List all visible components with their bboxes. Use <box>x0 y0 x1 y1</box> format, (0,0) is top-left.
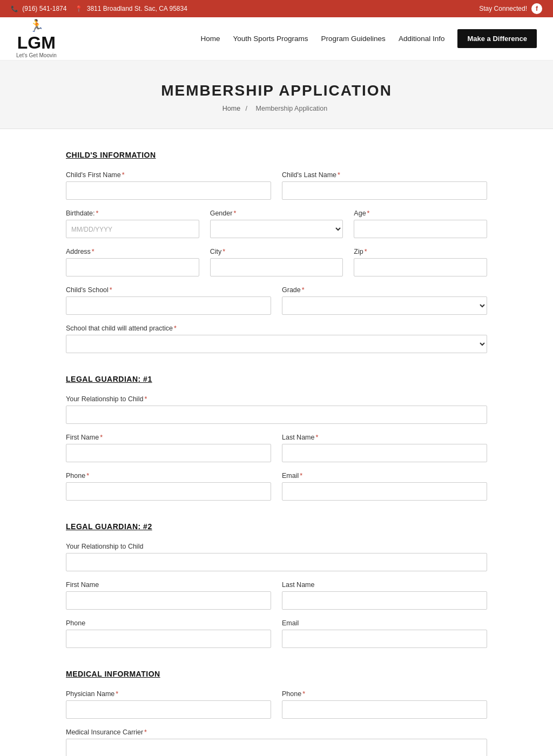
logo-text: LGM <box>17 34 56 51</box>
insurance-row: Medical Insurance Carrier* <box>66 728 487 756</box>
g1-phone-group: Phone* <box>66 472 271 501</box>
logo-sub: Let's Get Moovin <box>16 52 57 58</box>
nav-additional-info[interactable]: Additional Info <box>399 35 445 43</box>
g2-last-name-input[interactable] <box>282 591 487 610</box>
gender-select[interactable]: Male Female <box>210 220 343 238</box>
page-header: MEMBERSHIP APPLICATION Home / Membership… <box>0 60 553 129</box>
g1-last-name-input[interactable] <box>282 444 487 462</box>
child-last-name-label: Child's Last Name* <box>282 171 487 179</box>
school-grade-row: Child's School* Grade* 1st2nd3rd 4th5th6… <box>66 286 487 315</box>
g2-relationship-row: Your Relationship to Child <box>66 543 487 571</box>
insurance-label: Medical Insurance Carrier* <box>66 728 487 736</box>
facebook-icon[interactable]: f <box>531 3 542 14</box>
make-difference-button[interactable]: Make a Difference <box>457 29 537 48</box>
g2-last-name-label: Last Name <box>282 581 487 589</box>
g2-last-name-group: Last Name <box>282 581 487 610</box>
zip-group: Zip* <box>354 248 487 276</box>
guardian2-title: LEGAL GUARDIAN: #2 <box>66 522 487 531</box>
physician-phone-input[interactable] <box>282 700 487 719</box>
g1-first-name-input[interactable] <box>66 444 271 462</box>
nav-youth-sports[interactable]: Youth Sports Programs <box>233 35 308 43</box>
g1-relationship-row: Your Relationship to Child* <box>66 395 487 424</box>
g1-phone-label: Phone* <box>66 472 271 480</box>
child-info-title: CHILD'S INFORMATION <box>66 151 487 159</box>
top-bar: (916) 541-1874 3811 Broadland St. Sac, C… <box>0 0 553 17</box>
school-input[interactable] <box>66 296 271 315</box>
age-input[interactable] <box>354 220 487 238</box>
birthdate-group: Birthdate:* <box>66 210 199 238</box>
city-input[interactable] <box>210 258 343 276</box>
address-input[interactable] <box>66 258 199 276</box>
top-bar-left: (916) 541-1874 3811 Broadland St. Sac, C… <box>11 5 187 12</box>
breadcrumb-current: Membership Application <box>256 105 328 112</box>
gender-group: Gender* Male Female <box>210 210 343 238</box>
g2-first-name-label: First Name <box>66 581 271 589</box>
practice-school-row: School that child will attend practice* <box>66 325 487 353</box>
g1-last-name-group: Last Name* <box>282 434 487 462</box>
medical-section: MEDICAL INFORMATION Physician Name* Phon… <box>66 670 487 756</box>
birthdate-label: Birthdate:* <box>66 210 199 217</box>
physician-name-label: Physician Name* <box>66 690 271 698</box>
insurance-input[interactable] <box>66 739 487 756</box>
nav-home[interactable]: Home <box>200 35 220 43</box>
breadcrumb-separator: / <box>246 105 247 112</box>
child-name-row: Child's First Name* Child's Last Name* <box>66 171 487 200</box>
g1-email-input[interactable] <box>282 482 487 501</box>
address-row: Address* City* Zip* <box>66 248 487 276</box>
school-group: Child's School* <box>66 286 271 315</box>
physician-name-input[interactable] <box>66 700 271 719</box>
g2-relationship-input[interactable] <box>66 553 487 571</box>
age-group: Age* <box>354 210 487 238</box>
phone-icon <box>11 5 21 12</box>
g1-phone-input[interactable] <box>66 482 271 501</box>
phone-info: (916) 541-1874 <box>11 5 66 12</box>
grade-select[interactable]: 1st2nd3rd 4th5th6th 7th8th9th 10th11th12… <box>282 296 487 315</box>
guardian1-title: LEGAL GUARDIAN: #1 <box>66 375 487 383</box>
address-text: 3811 Broadland St. Sac, CA 95834 <box>87 5 187 12</box>
g1-first-name-label: First Name* <box>66 434 271 441</box>
zip-input[interactable] <box>354 258 487 276</box>
child-info-section: CHILD'S INFORMATION Child's First Name* … <box>66 151 487 353</box>
practice-school-label: School that child will attend practice* <box>66 325 487 332</box>
g2-phone-input[interactable] <box>66 630 271 648</box>
practice-school-select[interactable] <box>66 335 487 353</box>
grade-group: Grade* 1st2nd3rd 4th5th6th 7th8th9th 10t… <box>282 286 487 315</box>
navbar: 🏃 LGM Let's Get Moovin Home Youth Sports… <box>0 17 553 60</box>
medical-title: MEDICAL INFORMATION <box>66 670 487 678</box>
birthdate-gender-age-row: Birthdate:* Gender* Male Female Age* <box>66 210 487 238</box>
g1-email-label: Email* <box>282 472 487 480</box>
address-info: 3811 Broadland St. Sac, CA 95834 <box>75 5 187 12</box>
breadcrumb: Home / Membership Application <box>11 105 542 112</box>
stay-connected-label: Stay Connected! <box>479 5 527 12</box>
g2-contact-row: Phone Email <box>66 619 487 648</box>
physician-name-group: Physician Name* <box>66 690 271 719</box>
school-label: Child's School* <box>66 286 271 294</box>
phone-number: (916) 541-1874 <box>22 5 66 12</box>
location-icon <box>75 5 85 12</box>
physician-phone-group: Phone* <box>282 690 487 719</box>
g2-email-group: Email <box>282 619 487 648</box>
top-bar-right: Stay Connected! f <box>479 3 542 14</box>
breadcrumb-home[interactable]: Home <box>222 105 240 112</box>
g1-first-name-group: First Name* <box>66 434 271 462</box>
gender-label: Gender* <box>210 210 343 217</box>
g2-relationship-label: Your Relationship to Child <box>66 543 487 550</box>
child-last-name-input[interactable] <box>282 181 487 200</box>
nav-program-guidelines[interactable]: Program Guidelines <box>321 35 386 43</box>
g1-relationship-input[interactable] <box>66 406 487 424</box>
age-label: Age* <box>354 210 487 217</box>
g2-email-input[interactable] <box>282 630 487 648</box>
birthdate-input[interactable] <box>66 220 199 238</box>
insurance-group: Medical Insurance Carrier* <box>66 728 487 756</box>
guardian2-section: LEGAL GUARDIAN: #2 Your Relationship to … <box>66 522 487 648</box>
child-first-name-group: Child's First Name* <box>66 171 271 200</box>
g1-relationship-group: Your Relationship to Child* <box>66 395 487 424</box>
g1-relationship-label: Your Relationship to Child* <box>66 395 487 403</box>
physician-row: Physician Name* Phone* <box>66 690 487 719</box>
child-first-name-input[interactable] <box>66 181 271 200</box>
g2-email-label: Email <box>282 619 487 627</box>
g2-first-name-input[interactable] <box>66 591 271 610</box>
g1-contact-row: Phone* Email* <box>66 472 487 501</box>
form-container: CHILD'S INFORMATION Child's First Name* … <box>55 151 498 756</box>
g1-last-name-label: Last Name* <box>282 434 487 441</box>
